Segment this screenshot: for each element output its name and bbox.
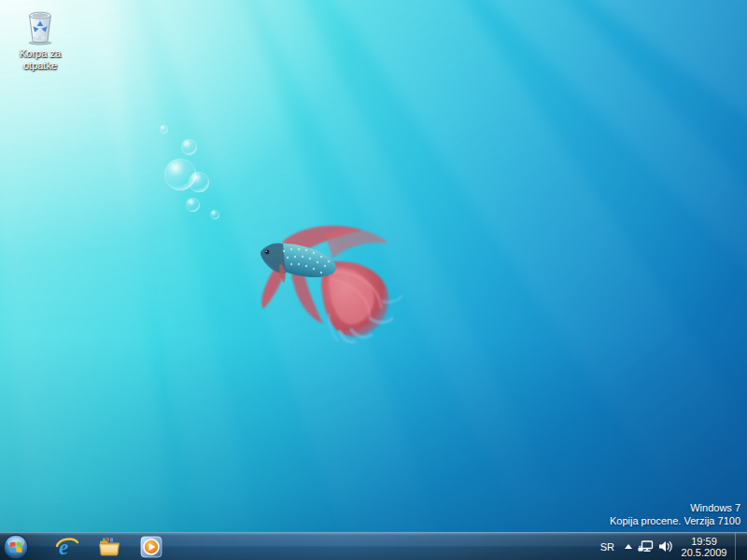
recycle-bin-label: Korpa za otpatke [9, 48, 71, 72]
taskbar: e [0, 532, 747, 560]
light-ray [400, 0, 747, 532]
taskbar-icon-windows-media-player[interactable] [133, 534, 170, 560]
watermark-line2: Kopija procene. Verzija 7100 [610, 514, 740, 527]
speaker-glyph [658, 540, 673, 553]
recycle-bin-glyph [22, 6, 58, 47]
build-watermark: Windows 7 Kopija procene. Verzija 7100 [610, 501, 740, 527]
start-button[interactable] [3, 534, 29, 560]
taskbar-icon-internet-explorer[interactable]: e [49, 534, 86, 560]
folder-icon [97, 535, 121, 559]
media-player-icon [139, 535, 163, 559]
bubble [186, 198, 200, 212]
clock[interactable]: 19:59 20.5.2009 [678, 536, 730, 558]
light-ray [628, 0, 747, 389]
pinned-apps: e [49, 533, 175, 560]
bubble [181, 139, 197, 155]
system-tray: SR [594, 533, 747, 560]
recycle-bin-icon[interactable]: Korpa za otpatke [9, 6, 71, 72]
bubble [189, 172, 209, 192]
network-glyph [638, 540, 654, 553]
windows-orb-icon [3, 534, 29, 560]
bubble [160, 125, 168, 133]
desktop[interactable]: Korpa za otpatke Windows 7 Kopija procen… [0, 0, 747, 560]
betta-fish [250, 221, 407, 348]
language-indicator[interactable]: SR [594, 541, 621, 553]
show-desktop-button[interactable] [735, 533, 747, 560]
chevron-up-icon [625, 544, 632, 549]
volume-icon[interactable] [655, 533, 675, 560]
taskbar-icon-windows-explorer[interactable] [91, 534, 128, 560]
light-ray [0, 0, 210, 532]
show-hidden-icons-button[interactable] [621, 533, 636, 560]
network-icon[interactable] [636, 533, 655, 560]
internet-explorer-icon: e [55, 535, 79, 559]
bubble [210, 210, 219, 219]
light-ray [511, 0, 747, 532]
clock-time: 19:59 [678, 536, 730, 547]
watermark-line1: Windows 7 [610, 501, 740, 514]
clock-date: 20.5.2009 [678, 547, 730, 558]
